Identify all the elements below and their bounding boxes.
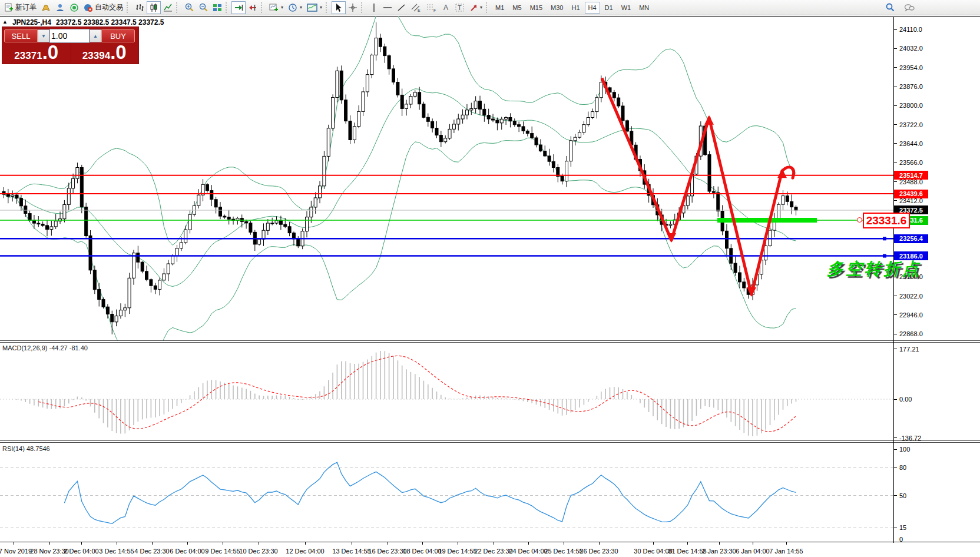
horizontal-line-icon — [383, 3, 392, 12]
text-label-icon: T — [455, 3, 465, 12]
timeframe-h4[interactable]: H4 — [585, 2, 600, 14]
line-handle[interactable] — [883, 254, 886, 258]
auto-scroll-icon — [234, 3, 243, 12]
new-order-button[interactable]: 新订单 — [2, 1, 39, 14]
price-tick-mark — [894, 143, 897, 144]
candlestick-chart-button[interactable] — [147, 1, 161, 14]
price-tick: 23566.0 — [899, 159, 923, 166]
community-button[interactable] — [53, 1, 67, 14]
candle-body — [370, 55, 373, 74]
timeframe-d1[interactable]: D1 — [601, 2, 617, 14]
time-label: 31 Dec 14:55 — [668, 548, 706, 555]
time-label: 2 Dec 04:00 — [64, 548, 98, 555]
candle-body — [413, 92, 416, 97]
toolbar-grip — [127, 2, 130, 13]
volume-decrease-button[interactable]: ▼ — [38, 29, 49, 42]
fibonacci-button[interactable]: F — [424, 1, 439, 14]
candle-body — [439, 135, 442, 142]
candle-body — [431, 121, 434, 128]
sell-button[interactable]: SELL — [4, 29, 38, 42]
tile-windows-icon — [213, 3, 222, 12]
time-label: 4 Dec 23:30 — [134, 548, 169, 555]
price-tick: 22946.0 — [899, 311, 923, 319]
candle-body — [574, 137, 577, 141]
mql5-button[interactable] — [39, 1, 53, 14]
timeframe-m5[interactable]: M5 — [509, 2, 525, 14]
candle-body — [492, 119, 495, 120]
line-chart-button[interactable] — [161, 1, 175, 14]
price-tick-mark — [894, 48, 897, 49]
text-label-button[interactable]: T — [453, 1, 467, 14]
cursor-button[interactable] — [332, 1, 346, 14]
tile-windows-button[interactable] — [210, 1, 224, 14]
price-level-label[interactable]: 23331.6 — [863, 213, 910, 228]
macd-signal-line — [38, 356, 796, 432]
periods-button[interactable]: ▾ — [286, 1, 304, 14]
candle-body — [739, 273, 741, 282]
templates-button[interactable]: ▾ — [304, 1, 325, 14]
zoom-in-button[interactable] — [182, 1, 196, 14]
crosshair-button[interactable] — [346, 1, 360, 14]
candle-body — [548, 156, 551, 161]
candle-body — [531, 134, 534, 138]
signal-icon — [69, 3, 79, 12]
label-anchor-dot[interactable] — [857, 217, 862, 223]
indicators-button[interactable]: ▾ — [267, 1, 286, 14]
main-toolbar: 新订单 自动交易 ▾ ▾ — [0, 0, 980, 15]
line-handle[interactable] — [883, 237, 886, 240]
price-tick: 23800.0 — [899, 102, 923, 109]
candle-body — [297, 239, 300, 246]
time-tick — [259, 542, 259, 545]
chart-shift-button[interactable] — [246, 1, 260, 14]
candle-body — [409, 97, 412, 105]
auto-scroll-button[interactable] — [231, 1, 246, 14]
buy-price[interactable]: 23394 .0 — [71, 44, 139, 65]
timeframe-w1[interactable]: W1 — [618, 2, 635, 14]
timeframe-h1[interactable]: H1 — [568, 2, 583, 14]
zoom-out-icon — [198, 3, 208, 12]
candle-body — [777, 204, 780, 219]
chat-button[interactable] — [902, 1, 917, 14]
bar-chart-button[interactable] — [133, 1, 147, 14]
buy-button[interactable]: BUY — [101, 29, 135, 42]
price-tick-mark — [894, 87, 897, 87]
candle-body — [150, 280, 153, 286]
channel-icon: E — [411, 3, 422, 12]
auto-trading-button[interactable]: 自动交易 — [81, 1, 125, 14]
vertical-line-button[interactable] — [367, 1, 380, 14]
candle-body — [383, 47, 386, 55]
volume-increase-button[interactable]: ▲ — [90, 29, 101, 42]
macd-pane[interactable] — [0, 343, 893, 440]
signals-button[interactable] — [67, 1, 81, 14]
equidistant-channel-button[interactable]: E — [409, 1, 424, 14]
candle-body — [565, 161, 568, 181]
timeframe-m15[interactable]: M15 — [527, 2, 546, 14]
candle-body — [457, 119, 460, 124]
candle-body — [128, 278, 131, 308]
main-price-pane[interactable] — [0, 16, 893, 340]
candle-body — [612, 92, 615, 98]
time-tick — [352, 542, 352, 545]
timeframe-m1[interactable]: M1 — [492, 2, 508, 14]
candle-body — [223, 216, 226, 217]
rsi-pane[interactable] — [0, 443, 893, 542]
sell-price[interactable]: 23371 .0 — [2, 44, 71, 65]
trendline-button[interactable] — [395, 1, 409, 14]
macd-tick-mark — [894, 399, 897, 400]
chinese-annotation[interactable]: 多空转折点 — [827, 258, 921, 280]
candle-body — [465, 110, 468, 115]
one-click-collapse-arrow[interactable]: ▲ — [2, 19, 8, 26]
line-chart-icon — [163, 3, 173, 12]
candle-body — [362, 92, 365, 112]
search-button[interactable] — [883, 1, 897, 14]
candle-body — [539, 145, 542, 151]
buy-price-fraction: .0 — [110, 44, 127, 61]
zoom-out-button[interactable] — [196, 1, 210, 14]
candle-body — [288, 227, 291, 233]
bollinger-middle — [4, 89, 796, 287]
text-button[interactable]: A — [439, 1, 453, 14]
horizontal-line-button[interactable] — [380, 1, 395, 14]
timeframe-m30[interactable]: M30 — [547, 2, 567, 14]
timeframe-mn[interactable]: MN — [635, 2, 653, 14]
arrows-button[interactable]: ▾ — [467, 1, 485, 14]
